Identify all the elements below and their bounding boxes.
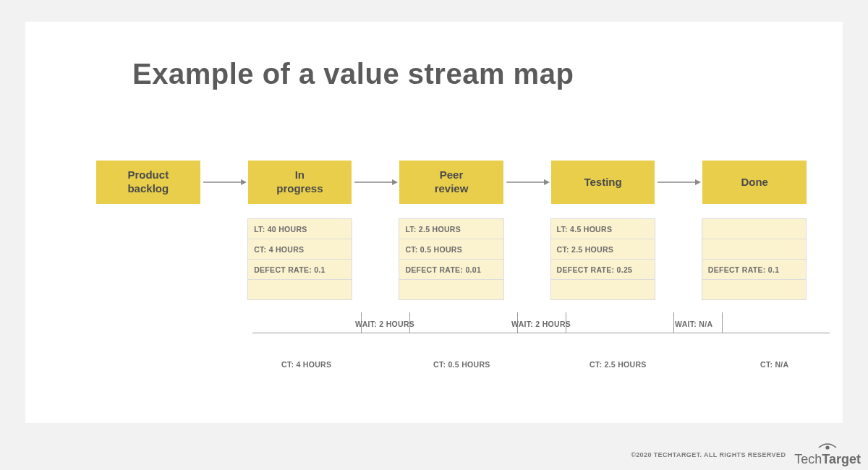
wait-label: WAIT: 2 HOURS [355, 320, 414, 328]
timeline-ct-segment [565, 333, 673, 354]
ct-label: CT: 4 HOURS [281, 360, 331, 369]
wait-label: WAIT: N/A [675, 320, 712, 328]
arrow-icon [503, 161, 551, 204]
footer: ©2020 TECHTARGET. ALL RIGHTS RESERVED Te… [631, 442, 861, 467]
metric-empty [247, 280, 352, 300]
stage-testing: Testing [551, 161, 655, 204]
metric-defect: DEFECT RATE: 0.25 [550, 260, 655, 280]
metric-defect: DEFECT RATE: 0.1 [247, 260, 352, 280]
metrics-col-4: DEFECT RATE: 0.1 [702, 218, 807, 300]
svg-marker-7 [695, 179, 701, 185]
timeline-ct-segment [721, 333, 830, 354]
copyright-text: ©2020 TECHTARGET. ALL RIGHTS RESERVED [631, 451, 786, 458]
metric-lt: LT: 4.5 HOURS [550, 218, 655, 239]
svg-point-8 [826, 445, 830, 449]
arrow-icon [200, 161, 248, 204]
metric-ct: CT: 4 HOURS [247, 239, 352, 260]
ct-label: CT: 0.5 HOURS [433, 360, 490, 369]
arrow-icon [352, 161, 399, 204]
metrics-col-3: LT: 4.5 HOURS CT: 2.5 HOURS DEFECT RATE:… [550, 218, 655, 300]
metric-empty [702, 280, 807, 300]
metrics-col-0 [96, 218, 201, 300]
metric-ct: CT: 0.5 HOURS [399, 239, 503, 260]
metric-empty [550, 280, 655, 300]
metric-empty [399, 280, 503, 300]
stage-product-backlog: Product backlog [96, 161, 200, 204]
diagram-panel: Example of a value stream map Product ba… [25, 22, 843, 423]
metric-lt: LT: 2.5 HOURS [399, 218, 503, 239]
stage-done: Done [702, 161, 807, 204]
metrics-col-1: LT: 40 HOURS CT: 4 HOURS DEFECT RATE: 0.… [247, 218, 352, 300]
timeline-ct-segment [252, 333, 361, 354]
brand-logo: TechTarget [794, 442, 861, 467]
svg-marker-5 [544, 179, 550, 185]
ct-label: CT: 2.5 HOURS [590, 360, 647, 369]
eye-icon [817, 442, 838, 450]
metric-defect: DEFECT RATE: 0.01 [399, 260, 503, 280]
svg-marker-3 [392, 179, 398, 185]
ct-label: CT: N/A [760, 360, 788, 369]
arrow-icon [655, 161, 702, 204]
stage-row: Product backlog In progress Peer review … [96, 161, 807, 204]
metrics-col-2: LT: 2.5 HOURS CT: 0.5 HOURS DEFECT RATE:… [399, 218, 503, 300]
stage-peer-review: Peer review [399, 161, 503, 204]
wait-label: WAIT: 2 HOURS [511, 320, 571, 328]
metric-defect: DEFECT RATE: 0.1 [702, 260, 807, 280]
metric-empty [702, 218, 807, 239]
timeline-ct-segment [409, 333, 517, 354]
metric-lt: LT: 40 HOURS [247, 218, 352, 239]
metric-empty [702, 239, 807, 260]
diagram-title: Example of a value stream map [132, 58, 574, 90]
stage-in-progress: In progress [248, 161, 352, 204]
svg-marker-1 [241, 179, 247, 185]
metric-ct: CT: 2.5 HOURS [550, 239, 655, 260]
metrics-row: LT: 40 HOURS CT: 4 HOURS DEFECT RATE: 0.… [96, 218, 807, 300]
